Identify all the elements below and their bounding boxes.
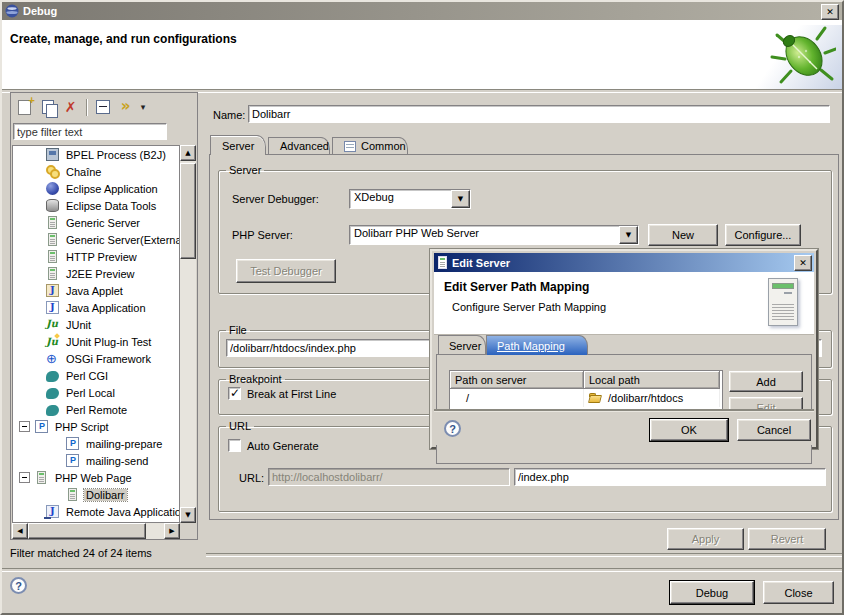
test-debugger-button[interactable]: Test Debugger: [236, 259, 336, 283]
tree-item-label: mailing-prepare: [84, 438, 164, 450]
tree-item[interactable]: Perl Local: [13, 384, 179, 401]
filter-input[interactable]: [13, 123, 167, 140]
tree-item[interactable]: JUnit: [13, 316, 179, 333]
auto-generate-checkbox[interactable]: [228, 439, 241, 452]
php-icon: [66, 454, 79, 467]
tree-item[interactable]: Remote Java Application: [13, 503, 179, 520]
tree-item-selected[interactable]: Dolibarr: [13, 486, 179, 503]
dialog-tab-path-mapping[interactable]: Path Mapping: [486, 335, 588, 355]
tab-common[interactable]: Common: [332, 137, 408, 154]
column-header[interactable]: Local path: [584, 371, 720, 389]
window-titlebar[interactable]: Debug: [2, 2, 842, 20]
tree-item[interactable]: Java Application: [13, 299, 179, 316]
menu-arrow-icon[interactable]: [137, 97, 149, 118]
filter-icon[interactable]: [114, 97, 137, 118]
tree-item-label: J2EE Preview: [64, 268, 136, 280]
new-server-button[interactable]: New: [648, 224, 718, 246]
editor-bottom-divider: [206, 553, 842, 557]
tree-item-label: Eclipse Application: [64, 183, 160, 195]
server-tower-detail: [784, 292, 792, 294]
combo-arrow-icon[interactable]: [619, 226, 638, 244]
duplicate-config-icon[interactable]: [36, 97, 59, 118]
tab-advanced[interactable]: Advanced: [268, 137, 330, 154]
button-label: Cancel: [757, 424, 791, 436]
collapse-all-icon[interactable]: [91, 97, 114, 118]
tree-item[interactable]: PHP Script: [13, 418, 179, 435]
tree-horizontal-scrollbar[interactable]: [12, 523, 180, 539]
tree-item[interactable]: BPEL Process (B2J): [13, 146, 179, 163]
url-path-input[interactable]: [514, 468, 826, 486]
revert-button[interactable]: Revert: [748, 528, 826, 550]
eclipse-logo-icon: [5, 4, 19, 18]
tree-item-label: Perl Local: [64, 387, 117, 399]
debug-button[interactable]: Debug: [670, 581, 754, 604]
tree-item-label: JUnit: [64, 319, 93, 331]
server-tower-icon: [768, 278, 798, 326]
delete-config-icon[interactable]: [59, 97, 82, 118]
dialog-close-button[interactable]: [794, 255, 812, 271]
button-label: New: [672, 229, 694, 241]
dialog-tab-server[interactable]: Server: [438, 335, 486, 355]
tree-item[interactable]: Java Applet: [13, 282, 179, 299]
remote-java-icon: [46, 505, 59, 518]
vertical-scroll-thumb[interactable]: [180, 163, 196, 259]
server-path-cell: /: [450, 389, 584, 407]
cancel-button[interactable]: Cancel: [737, 419, 811, 441]
horizontal-scroll-thumb[interactable]: [28, 523, 146, 539]
tree-item[interactable]: HTTP Preview: [13, 248, 179, 265]
tree-vertical-scrollbar[interactable]: [180, 145, 196, 523]
tree-item[interactable]: JUnit Plug-in Test: [13, 333, 179, 350]
break-first-line-checkbox[interactable]: [228, 387, 241, 400]
button-label: Revert: [771, 533, 803, 545]
scroll-up-button[interactable]: [180, 145, 196, 161]
dialog-banner: Edit Server Path Mapping Configure Serve…: [434, 272, 814, 335]
tree-item[interactable]: Eclipse Application: [13, 180, 179, 197]
button-label: Add: [756, 376, 776, 388]
tree-item[interactable]: mailing-prepare: [13, 435, 179, 452]
php-server-combo[interactable]: Dolibarr PHP Web Server: [349, 225, 639, 245]
tree-item-label: Remote Java Application: [64, 506, 180, 518]
table-icon: [344, 141, 356, 152]
column-header[interactable]: Path on server: [450, 371, 584, 389]
button-label: OK: [681, 424, 697, 436]
tree-item[interactable]: Eclipse Data Tools: [13, 197, 179, 214]
scroll-right-button[interactable]: [164, 523, 180, 539]
table-header-row: Path on server Local path: [450, 371, 722, 389]
eclipse-app-icon: [46, 182, 59, 195]
combo-arrow-icon[interactable]: [451, 190, 470, 208]
add-mapping-button[interactable]: Add: [729, 371, 803, 392]
dialog-heading: Edit Server Path Mapping: [444, 280, 589, 294]
server-debugger-label: Server Debugger:: [232, 193, 319, 205]
help-icon[interactable]: [10, 577, 27, 594]
scroll-down-button[interactable]: [180, 507, 196, 523]
tree-item[interactable]: Perl CGI: [13, 367, 179, 384]
configure-server-button[interactable]: Configure...: [725, 224, 801, 246]
window-title: Debug: [23, 5, 57, 17]
collapse-toggle[interactable]: [19, 472, 30, 483]
server-icon: [48, 233, 57, 246]
tree-item[interactable]: Generic Server: [13, 214, 179, 231]
scroll-left-button[interactable]: [12, 523, 28, 539]
table-row[interactable]: / /dolibarr/htdocs: [450, 389, 722, 407]
perl-icon: [46, 388, 59, 399]
window-close-button[interactable]: [821, 4, 839, 20]
dialog-titlebar[interactable]: Edit Server: [434, 253, 814, 272]
tree-item[interactable]: Chaîne: [13, 163, 179, 180]
tree-item[interactable]: J2EE Preview: [13, 265, 179, 282]
tab-server[interactable]: Server: [210, 135, 266, 155]
collapse-toggle[interactable]: [19, 421, 30, 432]
new-config-icon[interactable]: [13, 97, 36, 118]
name-input[interactable]: [248, 105, 830, 123]
server-debugger-combo[interactable]: XDebug: [349, 189, 471, 209]
dialog-help-icon[interactable]: [444, 420, 461, 437]
tree-item[interactable]: Generic Server(External La: [13, 231, 179, 248]
close-button[interactable]: Close: [763, 581, 834, 604]
tree-item[interactable]: mailing-send: [13, 452, 179, 469]
server-group-title: Server: [226, 164, 264, 176]
tree-item[interactable]: OSGi Framework: [13, 350, 179, 367]
tree-item[interactable]: Perl Remote: [13, 401, 179, 418]
tree-item[interactable]: PHP Web Page: [13, 469, 179, 486]
apply-button[interactable]: Apply: [667, 528, 744, 550]
tab-label: Common: [361, 140, 406, 152]
ok-button[interactable]: OK: [650, 419, 728, 441]
